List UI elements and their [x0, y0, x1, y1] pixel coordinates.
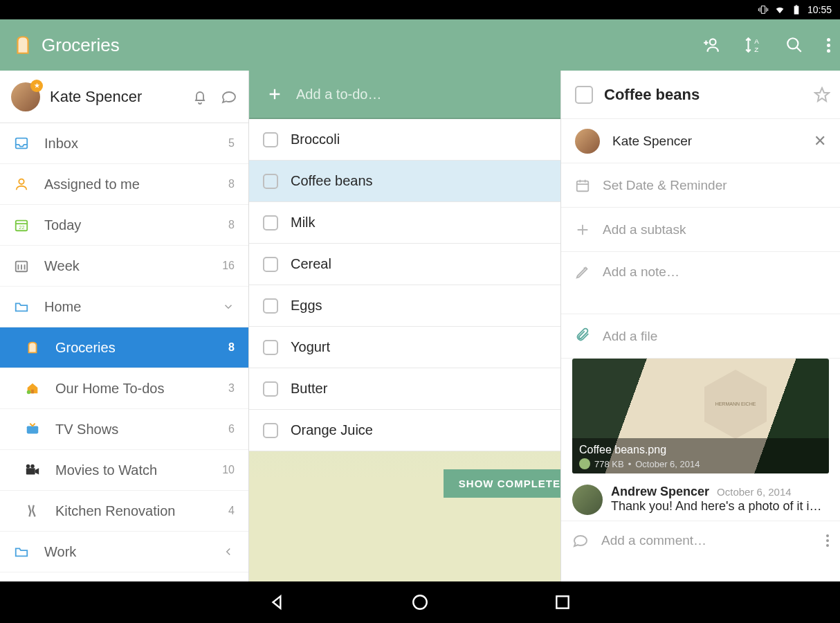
sidebar-item-label: Week: [44, 258, 207, 274]
account-row[interactable]: Kate Spencer: [0, 71, 248, 123]
sidebar-item-tv[interactable]: TV Shows6: [0, 409, 248, 450]
task-checkbox[interactable]: [263, 423, 278, 438]
task-row[interactable]: Cereal: [249, 244, 560, 285]
calendar-week-icon: [14, 258, 29, 273]
task-checkbox[interactable]: [263, 215, 278, 231]
sidebar-item-groceries[interactable]: Groceries8: [0, 327, 248, 368]
attachment-label-graphic: HERMANN EICHE: [704, 370, 767, 439]
app-window: Groceries AZ Kate Spencer Inbox5Assigned…: [0, 19, 840, 581]
task-checkbox[interactable]: [263, 257, 278, 272]
file-row[interactable]: Add a file: [561, 314, 840, 359]
task-row[interactable]: Broccoli: [249, 119, 560, 161]
status-time: 10:55: [807, 4, 832, 15]
task-checkbox[interactable]: [263, 132, 278, 147]
task-label: Yogurt: [291, 339, 330, 355]
sidebar-item-label: Movies to Watch: [55, 462, 207, 478]
sidebar-item-work[interactable]: Work: [0, 532, 248, 572]
svg-point-16: [30, 464, 35, 469]
file-placeholder: Add a file: [603, 329, 657, 344]
task-row[interactable]: Butter: [249, 368, 560, 410]
sidebar-item-count: 8: [228, 341, 235, 354]
add-todo-input[interactable]: Add a to-do…: [249, 71, 560, 119]
calendar-icon: [575, 178, 590, 193]
assignee-avatar: [575, 129, 600, 154]
task-row[interactable]: Milk: [249, 202, 560, 244]
home-icon[interactable]: [411, 593, 429, 611]
folder-icon: [14, 299, 29, 314]
folder-icon: [14, 544, 29, 559]
task-checkbox[interactable]: [263, 340, 278, 355]
sidebar-item-count: 16: [222, 260, 235, 272]
comment-more-icon[interactable]: [826, 532, 829, 549]
task-label: Eggs: [291, 298, 322, 314]
task-checkbox[interactable]: [575, 86, 593, 104]
calendar-day-icon: 22: [14, 217, 29, 233]
attachment-thumbnail[interactable]: HERMANN EICHE Coffee beans.png 778 KB • …: [572, 359, 829, 473]
bell-icon[interactable]: [192, 89, 208, 105]
sidebar-item-movies[interactable]: Movies to Watch10: [0, 450, 248, 491]
task-checkbox[interactable]: [263, 298, 278, 314]
overflow-menu-icon[interactable]: [827, 36, 830, 55]
note-row[interactable]: Add a note…: [561, 252, 840, 314]
chevron-down-icon: [222, 300, 235, 313]
sidebar-item-label: Inbox: [44, 136, 213, 152]
svg-rect-14: [26, 468, 35, 474]
attachment-date: October 6, 2014: [635, 459, 700, 469]
task-row[interactable]: Coffee beans: [249, 161, 560, 202]
task-row[interactable]: Eggs: [249, 285, 560, 327]
tv-icon: [25, 422, 40, 437]
sidebar-item-hometodos[interactable]: Our Home To-dos3: [0, 368, 248, 409]
sort-az-icon[interactable]: AZ: [744, 36, 762, 54]
paperclip-icon: [575, 327, 590, 342]
task-label: Butter: [291, 381, 327, 397]
svg-point-5: [787, 38, 798, 48]
assignee-row[interactable]: Kate Spencer ✕: [561, 119, 840, 163]
remove-assignee-icon[interactable]: ✕: [814, 132, 826, 150]
subtask-row[interactable]: Add a subtask: [561, 208, 840, 252]
tray-icon: [14, 136, 29, 151]
svg-rect-1: [796, 5, 798, 6]
plus-icon: [575, 222, 590, 237]
svg-rect-17: [577, 181, 589, 191]
sidebar-item-today[interactable]: 22Today8: [0, 205, 248, 246]
sidebar-item-kitchen[interactable]: Kitchen Renovation4: [0, 491, 248, 532]
recents-icon[interactable]: [554, 593, 572, 611]
star-icon[interactable]: [814, 87, 830, 103]
task-row[interactable]: Orange Juice: [249, 410, 560, 451]
android-status-bar: 10:55: [0, 0, 840, 19]
comment-date: October 6, 2014: [717, 486, 792, 498]
sidebar-item-label: Assigned to me: [44, 177, 213, 192]
reminder-row[interactable]: Set Date & Reminder: [561, 163, 840, 208]
sidebar-item-week[interactable]: Week16: [0, 246, 248, 287]
task-label: Coffee beans: [291, 173, 373, 189]
add-person-icon[interactable]: [702, 36, 720, 54]
task-row[interactable]: Yogurt: [249, 327, 560, 368]
svg-text:22: 22: [19, 224, 24, 231]
sidebar-item-count: 8: [228, 219, 235, 231]
svg-point-15: [26, 464, 30, 469]
task-title[interactable]: Coffee beans: [604, 86, 803, 104]
back-icon[interactable]: [268, 593, 286, 611]
chat-icon[interactable]: [221, 89, 237, 105]
task-checkbox[interactable]: [263, 381, 278, 397]
svg-rect-0: [794, 6, 799, 15]
sidebar-item-label: TV Shows: [55, 422, 213, 437]
task-checkbox[interactable]: [263, 174, 278, 189]
sidebar-item-home[interactable]: Home: [0, 287, 248, 327]
comment-item: Andrew Spencer October 6, 2014 Thank you…: [561, 479, 840, 521]
comment-avatar: [572, 485, 603, 515]
page-title: Groceries: [42, 35, 702, 56]
svg-point-7: [19, 179, 24, 184]
sidebar-item-count: 6: [228, 423, 235, 435]
attachment-info: Coffee beans.png 778 KB • October 6, 201…: [572, 438, 829, 473]
sidebar-item-assigned[interactable]: Assigned to me8: [0, 164, 248, 205]
comment-input[interactable]: Add a comment…: [561, 521, 840, 559]
subtask-placeholder: Add a subtask: [603, 222, 686, 237]
comment-author: Andrew Spencer: [611, 485, 709, 498]
attachment-uploader-avatar: [579, 458, 590, 469]
sidebar-item-inbox[interactable]: Inbox5: [0, 123, 248, 164]
task-label: Milk: [291, 215, 316, 231]
vibrate-icon: [758, 4, 769, 15]
show-completed-button[interactable]: SHOW COMPLETE: [444, 469, 560, 498]
search-icon[interactable]: [785, 36, 803, 54]
